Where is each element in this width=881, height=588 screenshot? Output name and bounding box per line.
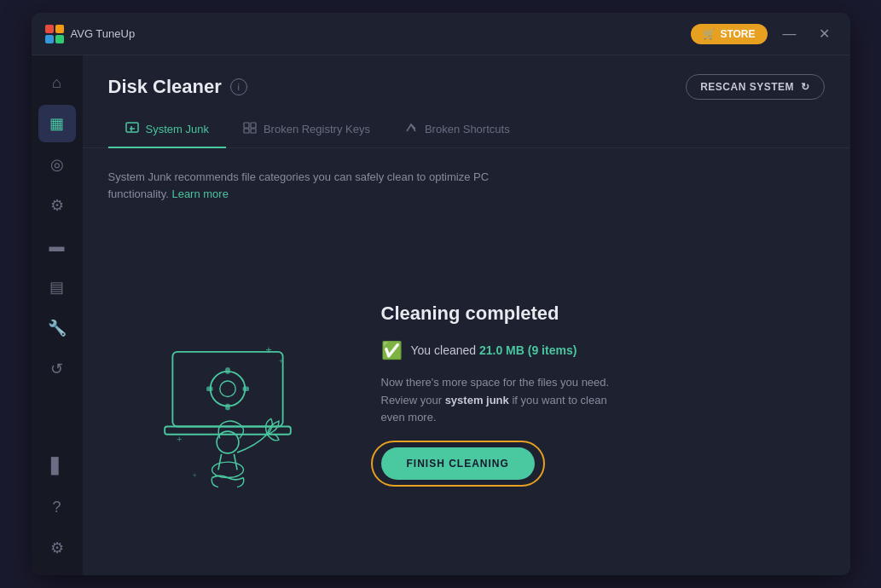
help-icon: ? [52,499,61,516]
svg-rect-3 [55,35,64,43]
sidebar-item-globe[interactable]: ◎ [38,146,76,183]
sidebar-item-wrench[interactable]: 🔧 [38,309,76,347]
disk-icon: ▦ [49,114,64,133]
learn-more-link[interactable]: Learn more [171,187,228,200]
cleaned-row: ✅ You cleaned 21.0 MB (9 items) [381,340,825,360]
info-icon[interactable]: i [230,78,247,95]
sidebar-item-storage[interactable]: ▤ [38,268,76,306]
check-circle-icon: ✅ [381,340,403,360]
svg-rect-0 [45,25,54,33]
minimize-button[interactable]: — [776,23,803,45]
cleaned-text: You cleaned 21.0 MB (9 items) [411,343,577,357]
sidebar-item-gear[interactable]: ⚙ [38,187,76,224]
gear-icon: ⚙ [50,196,64,215]
page-title-area: Disk Cleaner i [108,76,247,98]
cleaned-amount: 21.0 MB (9 items) [479,343,577,357]
avg-logo-icon [45,25,64,43]
cleaning-completed-title: Cleaning completed [381,303,825,325]
app-title: AVG TuneUp [71,27,136,40]
svg-rect-1 [55,25,64,33]
page-title: Disk Cleaner [108,76,222,98]
system-junk-bold: system junk [445,394,509,406]
sidebar-item-history[interactable]: ↺ [38,350,76,388]
store-icon: 🛒 [703,28,716,40]
history-icon: ↺ [50,360,63,378]
layers-icon: ▬ [49,238,65,256]
tab-system-junk[interactable]: System Junk [108,113,226,148]
close-button[interactable]: ✕ [812,22,837,45]
titlebar-controls: 🛒 STORE — ✕ [691,22,836,45]
svg-rect-19 [242,386,248,391]
svg-rect-4 [126,123,138,132]
titlebar-logo: AVG TuneUp [45,25,692,43]
broken-shortcuts-tab-icon [404,122,418,136]
main-layout: ⌂ ▦ ◎ ⚙ ▬ ▤ 🔧 ↺ [32,55,850,575]
tab-broken-shortcuts[interactable]: Broken Shortcuts [387,113,527,148]
tabs: System Junk Broken Registry Keys [83,100,850,148]
sidebar-item-chart[interactable]: ▋ [38,447,76,485]
system-junk-tab-icon [125,122,139,136]
svg-rect-9 [244,129,249,133]
home-icon: ⌂ [52,74,61,92]
sidebar-item-layers[interactable]: ▬ [38,228,76,265]
content-body: System Junk recommends file categories y… [83,148,850,575]
rescan-icon: ↻ [801,81,810,93]
sidebar-item-home[interactable]: ⌂ [38,64,76,101]
svg-point-15 [219,381,235,396]
app-window: AVG TuneUp 🛒 STORE — ✕ ⌂ ▦ ◎ ⚙ [32,13,850,575]
svg-rect-7 [244,123,249,128]
storage-icon: ▤ [49,278,64,297]
svg-point-14 [210,372,245,406]
finish-cleaning-button[interactable]: FINISH CLEANING [381,447,535,480]
description-text: System Junk recommends file categories y… [108,169,535,202]
svg-rect-18 [206,386,212,391]
sidebar-item-help[interactable]: ? [38,488,76,526]
result-description: Now there's more space for the files you… [381,374,671,427]
svg-rect-12 [172,352,282,427]
sidebar-item-settings[interactable]: ⚙ [38,529,76,567]
rescan-button[interactable]: RESCAN SYSTEM ↻ [686,74,824,100]
sidebar-item-disk[interactable]: ▦ [38,105,76,142]
svg-text:+: + [192,471,196,480]
svg-text:+: + [279,357,283,366]
titlebar: AVG TuneUp 🛒 STORE — ✕ [32,13,850,55]
result-panel: Cleaning completed ✅ You cleaned 21.0 MB… [381,303,825,480]
globe-icon: ◎ [50,155,64,174]
broken-registry-tab-icon [243,122,257,136]
settings-icon: ⚙ [50,539,64,557]
svg-rect-2 [45,35,54,43]
tab-broken-registry[interactable]: Broken Registry Keys [226,113,387,148]
illustration-area: + + + + [108,272,347,510]
wrench-icon: 🔧 [48,319,67,337]
sidebar: ⌂ ▦ ◎ ⚙ ▬ ▤ 🔧 ↺ [32,55,83,575]
cleaning-illustration: + + + + [125,289,330,493]
chart-icon: ▋ [51,457,63,476]
content-area: Disk Cleaner i RESCAN SYSTEM ↻ [83,55,850,575]
svg-rect-10 [251,129,256,133]
store-button[interactable]: 🛒 STORE [691,24,767,44]
finish-button-wrapper: FINISH CLEANING [381,447,535,480]
svg-text:+: + [177,434,182,444]
main-content-area: + + + + Cleaning completed ✅ You cleaned [108,228,825,555]
svg-rect-8 [251,123,256,128]
svg-rect-17 [225,404,230,410]
svg-rect-16 [225,367,230,373]
content-header: Disk Cleaner i RESCAN SYSTEM ↻ [83,55,850,100]
svg-text:+: + [265,343,272,356]
